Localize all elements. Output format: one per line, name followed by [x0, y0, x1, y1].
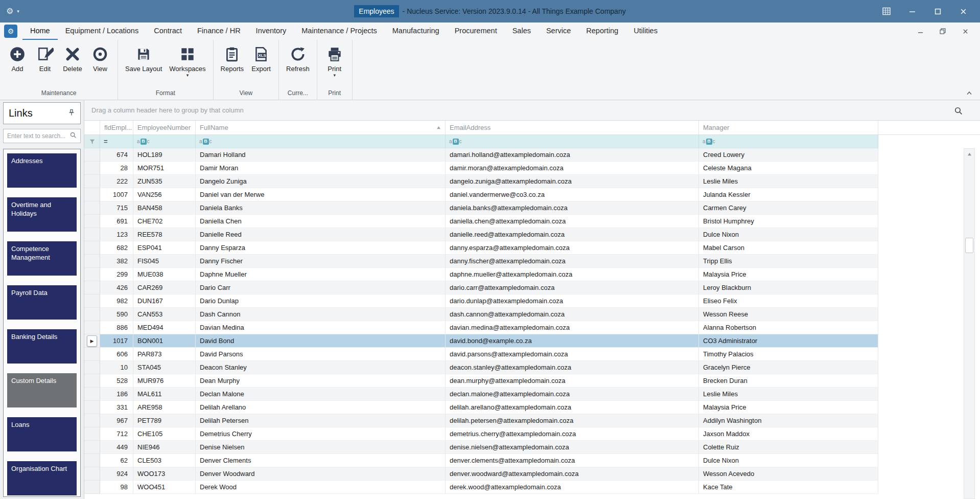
ribbon-button-view[interactable]: View: [87, 44, 113, 74]
cell-employee-id[interactable]: 967: [100, 414, 133, 427]
cell-manager[interactable]: Carmen Carey: [699, 201, 878, 215]
cell-email[interactable]: declan.malone@attexampledomain.coza: [446, 388, 699, 401]
ribbon-tab-inventory[interactable]: Inventory: [248, 22, 294, 40]
cell-fullname[interactable]: Denver Woodward: [196, 467, 446, 481]
cell-fullname[interactable]: Danny Esparza: [196, 241, 446, 255]
cell-employee-id[interactable]: 712: [100, 427, 133, 441]
cell-email[interactable]: dean.murphy@attexampledomain.coza: [446, 374, 699, 388]
cell-employee-id[interactable]: 222: [100, 175, 133, 188]
table-row[interactable]: 606PAR873David Parsonsdavid.parsons@atte…: [84, 348, 878, 361]
table-row[interactable]: 982DUN167Dario Dunlapdario.dunlap@attexa…: [84, 294, 878, 308]
ribbon-button-edit[interactable]: Edit: [32, 44, 58, 74]
cell-employee-id[interactable]: 924: [100, 467, 133, 481]
ribbon-close-button[interactable]: [958, 25, 973, 37]
cell-employee-number[interactable]: CLE503: [133, 454, 196, 467]
cell-employee-id[interactable]: 331: [100, 401, 133, 414]
table-row[interactable]: 28MOR751Damir Morandamir.moran@attexampl…: [84, 162, 878, 175]
cell-employee-id[interactable]: 28: [100, 162, 133, 175]
column-header-emailaddress[interactable]: EmailAddress: [446, 121, 699, 134]
cell-email[interactable]: damari.holland@attexampledomain.coza: [446, 148, 699, 162]
table-row[interactable]: ▶1017BON001David Bonddavid.bond@example.…: [84, 334, 878, 348]
cell-email[interactable]: damir.moran@attexampledomain.coza: [446, 162, 699, 175]
apps-grid-icon[interactable]: [874, 0, 899, 22]
table-row[interactable]: 1007VAN256Daniel van der Merwedaniel.van…: [84, 188, 878, 201]
table-row[interactable]: 674HOL189Damari Hollanddamari.holland@at…: [84, 148, 878, 162]
cell-manager[interactable]: Dulce Nixon: [699, 454, 878, 467]
cell-manager[interactable]: Jaxson Maddox: [699, 427, 878, 441]
cell-employee-number[interactable]: VAN256: [133, 188, 196, 201]
cell-employee-id[interactable]: 1007: [100, 188, 133, 201]
cell-employee-number[interactable]: CHE105: [133, 427, 196, 441]
cell-email[interactable]: dash.cannon@attexampledomain.coza: [446, 308, 699, 321]
cell-employee-id[interactable]: 715: [100, 201, 133, 215]
cell-employee-number[interactable]: BAN458: [133, 201, 196, 215]
cell-email[interactable]: dangelo.zuniga@attexampledomain.coza: [446, 175, 699, 188]
cell-employee-id[interactable]: 10: [100, 361, 133, 374]
sidebar-item-addresses[interactable]: Addresses: [7, 153, 77, 188]
cell-fullname[interactable]: Daniel van der Merwe: [196, 188, 446, 201]
ribbon-collapse-button[interactable]: [965, 89, 974, 97]
column-header-manager[interactable]: Manager: [699, 121, 878, 134]
cell-fullname[interactable]: David Bond: [196, 334, 446, 348]
cell-employee-number[interactable]: WOO451: [133, 481, 196, 494]
filter-cell-manager[interactable]: aBc: [699, 135, 878, 148]
cell-employee-id[interactable]: 186: [100, 388, 133, 401]
vertical-scrollbar[interactable]: [964, 148, 975, 499]
cell-manager[interactable]: Colette Ruiz: [699, 441, 878, 454]
ribbon-button-delete[interactable]: Delete: [59, 44, 86, 74]
ribbon-button-workspaces[interactable]: Workspaces▾: [166, 44, 208, 79]
cell-employee-id[interactable]: 982: [100, 294, 133, 308]
ribbon-tab-sales[interactable]: Sales: [505, 22, 539, 40]
cell-fullname[interactable]: Denver Clements: [196, 454, 446, 467]
cell-employee-id[interactable]: 449: [100, 441, 133, 454]
cell-manager[interactable]: Leslie Miles: [699, 388, 878, 401]
cell-employee-number[interactable]: BON001: [133, 334, 196, 348]
cell-manager[interactable]: Brecken Duran: [699, 374, 878, 388]
cell-email[interactable]: derek.wood@attexampledomain.coza: [446, 481, 699, 494]
cell-employee-number[interactable]: CAN553: [133, 308, 196, 321]
cell-manager[interactable]: Eliseo Felix: [699, 294, 878, 308]
cell-employee-number[interactable]: ARE958: [133, 401, 196, 414]
cell-fullname[interactable]: Damari Holland: [196, 148, 446, 162]
cell-employee-number[interactable]: MAL611: [133, 388, 196, 401]
cell-fullname[interactable]: Demetrius Cherry: [196, 427, 446, 441]
cell-manager[interactable]: Mabel Carson: [699, 241, 878, 255]
cell-manager[interactable]: Celeste Magana: [699, 162, 878, 175]
cell-fullname[interactable]: David Parsons: [196, 348, 446, 361]
cell-employee-id[interactable]: 682: [100, 241, 133, 255]
sidebar-item-competence-management[interactable]: Competence Management: [7, 241, 77, 276]
table-row[interactable]: 426CAR269Dario Carrdario.carr@attexample…: [84, 281, 878, 294]
table-row[interactable]: 715BAN458Daniela Banksdaniela.banks@atte…: [84, 201, 878, 215]
cell-employee-id[interactable]: 299: [100, 268, 133, 281]
scroll-up-button[interactable]: [964, 149, 974, 159]
quick-access-dropdown-icon[interactable]: ▾: [17, 9, 19, 14]
cell-employee-id[interactable]: 426: [100, 281, 133, 294]
cell-employee-id[interactable]: 674: [100, 148, 133, 162]
cell-employee-number[interactable]: ESP041: [133, 241, 196, 255]
ribbon-tab-service[interactable]: Service: [539, 22, 578, 40]
ribbon-tab-maintenance-projects[interactable]: Maintenance / Projects: [294, 22, 385, 40]
column-header-fullname[interactable]: FullName: [196, 121, 446, 134]
selected-row-arrow[interactable]: ▶: [87, 335, 97, 347]
settings-gear-icon[interactable]: ⚙: [6, 7, 13, 15]
cell-email[interactable]: david.parsons@attexampledomain.coza: [446, 348, 699, 361]
cell-manager[interactable]: Leroy Blackburn: [699, 281, 878, 294]
cell-fullname[interactable]: Deacon Stanley: [196, 361, 446, 374]
cell-employee-id[interactable]: 691: [100, 215, 133, 228]
cell-email[interactable]: daphne.mueller@attexampledomain.coza: [446, 268, 699, 281]
ribbon-button-refresh[interactable]: Refresh: [283, 44, 313, 74]
cell-manager[interactable]: Gracelyn Pierce: [699, 361, 878, 374]
cell-manager[interactable]: Kace Tate: [699, 481, 878, 494]
cell-email[interactable]: danny.esparza@attexampledomain.coza: [446, 241, 699, 255]
cell-employee-number[interactable]: MED494: [133, 321, 196, 334]
table-row[interactable]: 691CHE702Daniella Chendaniella.chen@atte…: [84, 215, 878, 228]
cell-email[interactable]: davian.medina@attexampledomain.coza: [446, 321, 699, 334]
table-row[interactable]: 967PET789Delilah Petersendelilah.peterse…: [84, 414, 878, 427]
cell-employee-number[interactable]: PAR873: [133, 348, 196, 361]
ribbon-button-add[interactable]: Add: [4, 44, 31, 74]
app-menu-button[interactable]: ⚙: [4, 25, 17, 38]
ribbon-tab-utilities[interactable]: Utilities: [626, 22, 665, 40]
pin-icon[interactable]: [68, 109, 75, 118]
cell-employee-id[interactable]: 98: [100, 481, 133, 494]
table-row[interactable]: 382FIS045Danny Fischerdanny.fischer@atte…: [84, 255, 878, 268]
